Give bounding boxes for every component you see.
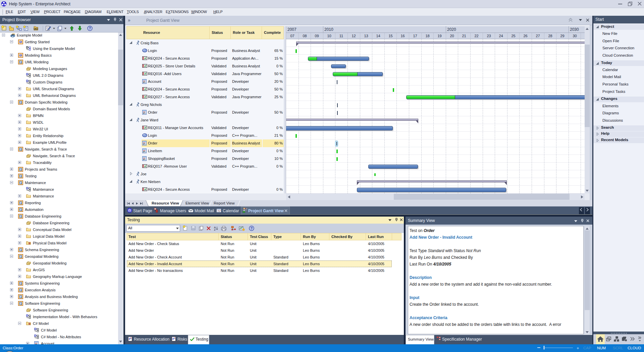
svg-text:P: P xyxy=(129,337,131,341)
svg-text:P: P xyxy=(172,337,174,341)
svg-text:?: ? xyxy=(89,26,91,30)
svg-text:?: ? xyxy=(251,227,253,230)
svg-text:Z: Z xyxy=(214,228,216,231)
